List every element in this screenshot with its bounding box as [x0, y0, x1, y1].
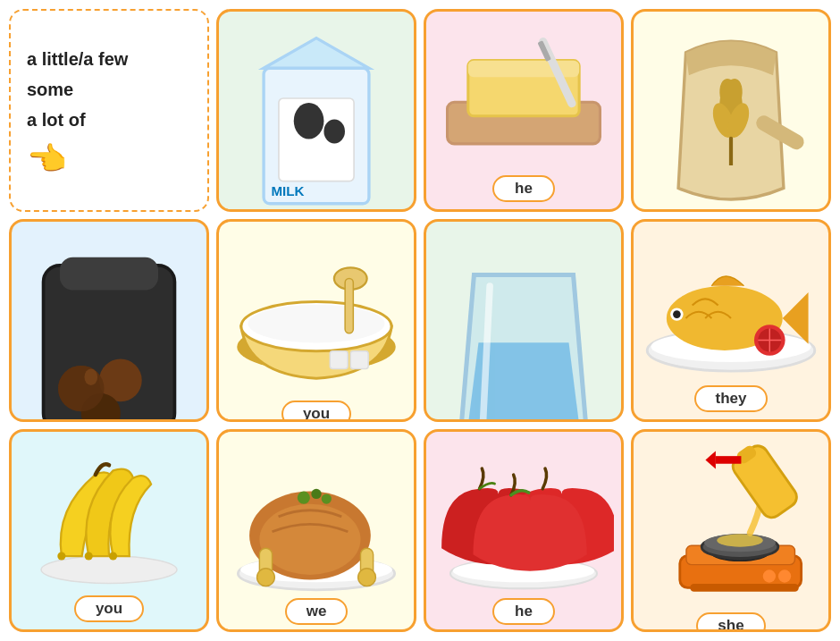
card-fish: they: [631, 219, 831, 422]
svg-point-70: [717, 534, 762, 546]
svg-point-38: [673, 310, 681, 318]
card-flour-image: [641, 21, 821, 212]
svg-point-4: [323, 120, 345, 144]
svg-point-57: [322, 493, 332, 503]
intro-card: a little/a few some a lot of 👈: [9, 9, 209, 212]
svg-text:MILK: MILK: [272, 183, 305, 198]
svg-point-56: [311, 489, 321, 499]
card-sugar-label: you: [281, 401, 351, 422]
svg-rect-71: [690, 584, 799, 592]
svg-rect-28: [345, 279, 353, 333]
svg-point-53: [257, 569, 275, 586]
card-water: she: [424, 219, 624, 422]
intro-line-3: a lot of: [27, 105, 128, 135]
intro-text: a little/a few some a lot of: [27, 44, 128, 135]
svg-rect-29: [330, 351, 348, 369]
svg-point-54: [358, 569, 376, 586]
svg-point-72: [763, 569, 776, 582]
card-flour: we: [631, 9, 831, 212]
svg-point-50: [259, 504, 360, 575]
card-water-image: [433, 231, 614, 422]
svg-point-46: [109, 552, 117, 560]
card-chocolate-image: [19, 231, 199, 422]
svg-rect-30: [350, 351, 368, 369]
svg-rect-18: [60, 257, 158, 291]
card-chicken-label: we: [285, 598, 349, 625]
svg-point-26: [248, 305, 384, 343]
svg-point-3: [294, 103, 324, 139]
card-milk: MILK you: [216, 9, 416, 212]
card-banana: you: [9, 429, 209, 632]
card-chicken-image: [226, 441, 407, 593]
svg-point-44: [57, 552, 65, 560]
svg-point-23: [84, 369, 97, 385]
card-chicken: we: [216, 429, 416, 632]
card-chocolate: they: [9, 219, 209, 422]
card-apple-label: he: [492, 598, 555, 625]
card-banana-image: [19, 441, 199, 590]
svg-point-73: [778, 569, 791, 582]
intro-line-2: some: [27, 74, 128, 105]
card-oil-label: she: [696, 612, 765, 632]
main-grid: a little/a few some a lot of 👈 MILK you: [0, 0, 840, 641]
card-oil-image: [641, 441, 821, 607]
svg-point-43: [41, 556, 177, 583]
svg-point-45: [85, 552, 93, 560]
intro-line-1: a little/a few: [27, 44, 128, 74]
card-oil: she: [631, 429, 831, 632]
svg-point-22: [58, 366, 104, 411]
card-apple-image: [433, 441, 614, 593]
card-milk-image: MILK: [226, 21, 407, 212]
card-butter: he: [424, 9, 624, 212]
svg-marker-1: [264, 38, 369, 69]
card-fish-image: [641, 231, 821, 380]
svg-marker-68: [705, 451, 715, 468]
hand-icon: 👈: [27, 140, 67, 178]
card-fish-label: they: [694, 385, 769, 412]
card-apple: he: [424, 429, 624, 632]
card-butter-image: [433, 21, 614, 170]
svg-point-55: [298, 492, 310, 504]
card-banana-label: you: [74, 595, 144, 622]
card-butter-label: he: [492, 175, 555, 202]
card-sugar-image: [226, 231, 407, 395]
card-sugar: you: [216, 219, 416, 422]
svg-rect-69: [716, 456, 742, 464]
